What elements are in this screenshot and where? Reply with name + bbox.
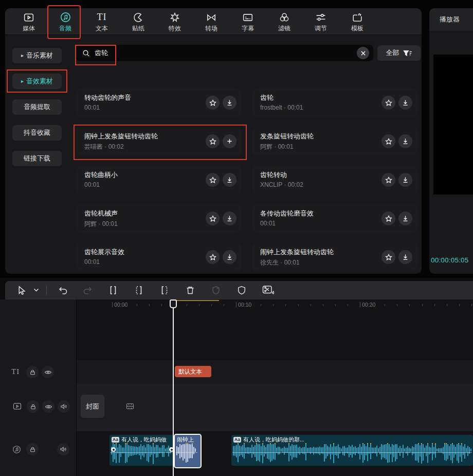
download-icon[interactable] [398,96,412,110]
favorite-star-icon[interactable] [206,173,220,187]
ruler-label: 00:00 [114,302,128,308]
download-icon[interactable] [223,173,236,187]
video-track-visibility-icon[interactable] [42,400,54,413]
split-delete-right-icon[interactable] [152,283,177,297]
favorite-star-icon[interactable] [381,173,395,187]
favorite-star-icon[interactable] [381,250,395,264]
text-clip[interactable]: 默认文本 [175,366,211,377]
split-delete-left-icon[interactable] [126,283,152,297]
sound-effect-card[interactable]: 发条旋钮转动齿轮阿辉 · 00:01 [252,127,417,155]
filters-icon [279,12,289,23]
sound-effect-card[interactable]: 齿轮frostbelt · 00:01 [252,89,417,117]
sound-title: 转动齿轮的声音 [84,93,131,102]
tab-transitions[interactable]: 转场 [195,8,228,35]
sound-effect-card[interactable]: 齿轮转动XNCLIP · 00:02 [252,166,417,194]
shield-icon[interactable] [229,283,254,297]
tab-effects[interactable]: 特效 [158,8,191,35]
delete-trash-icon[interactable] [177,283,203,297]
ruler-tick [434,304,435,306]
tab-label: 贴纸 [132,25,144,31]
card-actions [381,173,412,187]
sound-effect-card[interactable]: 齿轮机械声阿辉 · 00:01 [76,204,242,233]
sidebar-item-audio-extract[interactable]: 音频提取 [12,99,62,115]
sound-effect-card[interactable]: 闹钟上发条旋钮转动齿轮徐先生 · 00:01 [252,243,417,271]
filter-button[interactable]: 全部 [377,45,421,61]
split-icon[interactable] [100,283,126,297]
redo-icon[interactable] [75,283,100,297]
favorite-star-icon[interactable] [206,134,220,148]
sound-effect-card[interactable]: 转动齿轮的声音00:01 [76,89,242,117]
aa-badge-icon: Aa [112,437,119,443]
waveform [176,443,197,465]
sound-effect-card[interactable]: 齿轮展示音效00:01 [76,243,242,271]
sound-meta: XNCLIP · 00:02 [260,181,303,188]
cover-button[interactable]: 封面 [81,395,104,418]
undo-icon[interactable] [51,283,75,297]
favorite-star-icon[interactable] [206,96,220,110]
triangle-right-icon: ▸ [21,78,24,84]
tab-text[interactable]: TI 文本 [85,8,118,35]
cursor-select-icon[interactable] [12,283,30,297]
sound-meta: frostbelt · 00:01 [260,104,303,111]
download-icon[interactable] [223,250,236,264]
sound-effect-card[interactable]: 各传动齿轮磨音效00:01 [252,204,417,233]
audio-track-speaker-icon[interactable] [57,443,69,455]
search-bar[interactable] [76,45,373,61]
tab-filters[interactable]: 滤镜 [268,8,301,35]
waveform [232,443,472,465]
chevron-down-icon[interactable] [30,283,42,297]
favorite-star-icon[interactable] [381,134,395,148]
download-icon[interactable] [398,173,412,187]
card-actions [206,134,236,148]
clear-search-button[interactable] [357,47,369,59]
search-input[interactable] [94,49,157,58]
add-to-track-icon[interactable] [223,134,236,148]
smart-tool-disabled-icon[interactable] [203,283,229,297]
audio-clip-selected[interactable]: 闹钟上 [174,434,202,468]
tab-media[interactable]: 媒体 [12,8,45,35]
sidebar-item-sound-effects[interactable]: ▸ 音效素材 [12,74,62,89]
sticker-icon [133,12,143,23]
audio-track-lock-icon[interactable] [26,443,39,455]
sound-effect-card[interactable]: 闹钟上发条旋钮转动齿轮芸喵酱 · 00:02 [76,127,242,155]
render-progress-line [175,300,219,301]
favorite-star-icon[interactable] [381,96,395,110]
ruler-tick [199,304,199,306]
favorite-star-icon[interactable] [381,211,395,225]
download-icon[interactable] [398,211,412,225]
video-track-speaker-icon[interactable] [58,400,70,413]
tab-captions[interactable]: 字幕 [231,8,264,35]
tab-adjust[interactable]: 调节 [304,8,337,35]
tab-sticker[interactable]: 贴纸 [122,8,155,35]
audio-clip[interactable]: Aa有人说，吃妈妈做 [110,435,173,466]
playhead-line[interactable] [173,299,174,476]
card-actions [206,96,236,110]
tab-templates[interactable]: 模板 [341,8,374,35]
favorite-star-icon[interactable] [206,211,220,225]
text-track-visibility-icon[interactable] [42,366,54,378]
sidebar-item-music-assets[interactable]: ▸ 音乐素材 [12,48,62,63]
sound-title: 闹钟上发条旋钮转动齿轮 [260,248,334,257]
download-icon[interactable] [223,211,236,225]
sound-effect-card[interactable]: 齿轮曲柄小00:01 [76,166,242,194]
video-track-lock-icon[interactable] [27,400,39,413]
audio-clip-text: 有人说，吃妈妈做 [121,436,167,444]
download-icon[interactable] [398,134,412,148]
ruler-tick [298,304,299,306]
tab-audio[interactable]: 音频 [49,8,82,35]
audio-clip[interactable]: Aa有人说，吃妈妈做的那... [231,435,473,466]
sidebar-item-link-download[interactable]: 链接下载 [12,151,62,166]
text-track-lock-icon[interactable] [26,366,39,378]
ruler-tick [187,304,187,306]
results-grid: 转动齿轮的声音00:01齿轮frostbelt · 00:01闹钟上发条旋钮转动… [76,89,422,274]
favorite-star-icon[interactable] [206,250,220,264]
playhead-handle[interactable] [170,299,177,308]
download-icon[interactable] [223,96,236,110]
keyframe-dot[interactable] [111,447,116,452]
timeline-ruler[interactable]: 00:0000:1000:20 [76,299,473,311]
sidebar-item-label: 音乐素材 [26,51,53,60]
sound-meta: 徐先生 · 00:01 [260,258,300,267]
download-icon[interactable] [398,250,412,264]
sidebar-item-douyin-favorites[interactable]: 抖音收藏 [12,125,62,140]
extract-audio-icon[interactable] [254,283,281,297]
